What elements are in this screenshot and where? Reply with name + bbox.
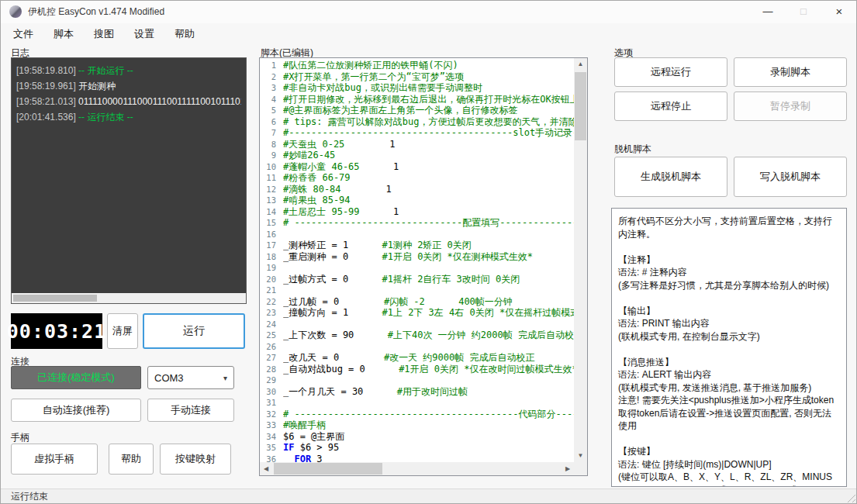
timer-display: 00:03:21 bbox=[11, 313, 102, 349]
line-number: 9 bbox=[260, 150, 276, 161]
com-port-select[interactable]: COM3 ▾ bbox=[147, 366, 234, 389]
scroll-down-arrow-icon[interactable]: ▼ bbox=[574, 450, 587, 462]
write-offline-script-button[interactable]: 写入脱机脚本 bbox=[734, 157, 847, 197]
editor-line[interactable]: _过几帧 = 0 #闪帧 -2 400帧一分钟 bbox=[283, 296, 574, 308]
editor-line[interactable]: #打开日期修改，光标移到最右边后退出，确保再打开时光标在OK按钮上 bbox=[283, 94, 574, 105]
menu-search-image[interactable]: 搜图 bbox=[84, 23, 124, 45]
line-number: 21 bbox=[260, 285, 276, 296]
editor-line[interactable]: #天蚕虫 0-25 1 bbox=[283, 139, 574, 150]
scroll-left-arrow-icon[interactable]: ◀ bbox=[260, 462, 272, 475]
editor-line[interactable] bbox=[283, 262, 574, 274]
resize-grip[interactable] bbox=[845, 492, 855, 502]
editor-line[interactable]: #队伍第二位放测种矫正用的铁甲蛹(不闪) bbox=[283, 60, 574, 71]
editor-line[interactable]: #粉香香 66-79 bbox=[283, 172, 574, 184]
help-paragraph bbox=[618, 433, 840, 446]
line-number: 4 bbox=[260, 94, 276, 105]
line-number: 29 bbox=[260, 375, 276, 386]
auto-connect-button[interactable]: 自动连接(推荐) bbox=[11, 399, 141, 422]
key-mapping-button[interactable]: 按键映射 bbox=[160, 444, 231, 475]
editor-hscroll-thumb[interactable] bbox=[274, 463, 382, 475]
editor-line[interactable]: #非自动卡对战bug，或识别出错需要手动调整时 bbox=[283, 82, 574, 94]
editor-line[interactable]: #@主界面标签为主界面左上角第一个头像，自行修改标签 bbox=[283, 105, 574, 116]
line-number: 28 bbox=[260, 364, 276, 375]
virtual-gamepad-button[interactable]: 虚拟手柄 bbox=[11, 444, 98, 475]
editor-line[interactable]: _一个月几天 = 30 #用于改时间过帧 bbox=[283, 386, 574, 398]
editor-line[interactable]: # ------------------------------配置填写----… bbox=[283, 217, 574, 229]
log-scrollbar-thumb[interactable] bbox=[13, 295, 97, 302]
editor-line[interactable]: _测种矫正 = 1 #1测种 2矫正 0关闭 bbox=[283, 240, 574, 251]
line-number: 14 bbox=[260, 206, 276, 218]
editor-line[interactable] bbox=[283, 319, 574, 330]
generate-offline-script-button[interactable]: 生成脱机脚本 bbox=[614, 157, 727, 197]
editor-line[interactable]: # tips: 露营可以解除对战bug，方便过帧后更改想要的天气，并清除联网残留… bbox=[283, 116, 574, 128]
minimize-button[interactable]: — bbox=[750, 0, 786, 23]
editor-line[interactable]: _改几天 = 0 #改一天 约9000帧 完成后自动校正 bbox=[283, 352, 574, 364]
log-console[interactable]: [19:58:19.810] -- 开始运行 --[19:58:19.961] … bbox=[11, 57, 247, 304]
menu-file[interactable]: 文件 bbox=[3, 23, 43, 45]
line-number: 27 bbox=[260, 352, 276, 364]
editor-line[interactable]: _自动对战bug = 0 #1开启 0关闭 *仅在改时间过帧模式生效* bbox=[283, 364, 574, 375]
editor-line[interactable] bbox=[283, 375, 574, 386]
line-number: 11 bbox=[260, 172, 276, 184]
run-button[interactable]: 运行 bbox=[143, 313, 245, 349]
menubar: 文件 脚本 搜图 设置 帮助 bbox=[3, 23, 205, 45]
line-number: 32 bbox=[260, 409, 276, 420]
line-number: 25 bbox=[260, 330, 276, 341]
help-paragraph: 语法: 键位 [持续时间(ms)|DOWN|UP] bbox=[618, 458, 840, 471]
editor-vscroll-thumb[interactable] bbox=[575, 72, 586, 140]
line-number: 23 bbox=[260, 307, 276, 319]
titlebar: 伊机控 EasyCon v1.474 Modified — □ × bbox=[0, 0, 857, 23]
editor-line[interactable]: _过帧方式 = 0 #1摇杆 2自行车 3改时间 0关闭 bbox=[283, 274, 574, 285]
manual-connect-button[interactable]: 手动连接 bbox=[147, 399, 234, 422]
maximize-button[interactable]: □ bbox=[786, 0, 821, 23]
help-paragraph: 所有代码不区分大小写，支持前置后置空格，支持行内注释。 bbox=[618, 215, 840, 240]
status-text: 运行结束 bbox=[11, 489, 48, 504]
editor-line[interactable]: #唤醒手柄 bbox=[283, 419, 574, 431]
editor-line[interactable]: IF $6 > 95 bbox=[283, 442, 574, 454]
editor-line[interactable] bbox=[283, 229, 574, 240]
editor-line[interactable]: _上下次数 = 90 #上下40次 一分钟 约2000帧 完成后自动校正 bbox=[283, 330, 574, 341]
editor-line[interactable]: #妙喵26-45 bbox=[283, 150, 574, 161]
editor-line[interactable]: _重启测种 = 0 #1开启 0关闭 *仅在测种模式生效* bbox=[283, 251, 574, 263]
editor-line[interactable]: #X打开菜单，第一行第二个为“宝可梦”选项 bbox=[283, 71, 574, 83]
offline-section-label: 脱机脚本 bbox=[614, 143, 651, 156]
editor-content[interactable]: #队伍第二位放测种矫正用的铁甲蛹(不闪)#X打开菜单，第一行第二个为“宝可梦”选… bbox=[283, 60, 574, 462]
menu-help[interactable]: 帮助 bbox=[164, 23, 205, 45]
editor-line[interactable]: #滴蛛 80-84 1 bbox=[283, 184, 574, 195]
log-entry: [19:58:21.013] 0111100001110001110011111… bbox=[16, 94, 241, 109]
scroll-right-arrow-icon[interactable]: ▶ bbox=[562, 462, 574, 475]
editor-line[interactable]: #蓬帽小童 46-65 1 bbox=[283, 161, 574, 173]
connection-status-button[interactable]: 已连接(稳定模式) bbox=[11, 366, 141, 389]
editor-line[interactable]: #---------------------------------------… bbox=[283, 127, 574, 139]
help-paragraph: 【注释】 bbox=[618, 254, 840, 267]
remote-run-button[interactable]: 远程运行 bbox=[614, 57, 727, 87]
editor-line[interactable]: FOR 3 bbox=[283, 454, 574, 463]
line-number: 13 bbox=[260, 195, 276, 206]
scroll-up-arrow-icon[interactable]: ▲ bbox=[574, 58, 587, 71]
line-number: 22 bbox=[260, 296, 276, 308]
controller-help-button[interactable]: 帮助 bbox=[109, 444, 154, 475]
record-script-button[interactable]: 录制脚本 bbox=[734, 57, 847, 87]
remote-stop-button[interactable]: 远程停止 bbox=[614, 91, 727, 121]
editor-line[interactable] bbox=[283, 285, 574, 296]
editor-line[interactable]: $6 = @主界面 bbox=[283, 431, 574, 443]
help-paragraph: 语法: PRINT 输出内容 bbox=[618, 317, 840, 330]
editor-line[interactable] bbox=[283, 397, 574, 409]
editor-line[interactable]: #啃果虫 85-94 bbox=[283, 195, 574, 206]
line-number: 10 bbox=[260, 161, 276, 173]
editor-line[interactable]: #土居忍士 95-99 1 bbox=[283, 206, 574, 218]
editor-line[interactable] bbox=[283, 341, 574, 353]
line-number: 31 bbox=[260, 397, 276, 409]
script-editor[interactable]: 1234567891011121314151617181920212223242… bbox=[259, 57, 588, 476]
com-port-value: COM3 bbox=[154, 372, 184, 384]
editor-line[interactable]: _撞帧方向 = 1 #1上 2下 3左 4右 0关闭 *仅在摇杆过帧模式生效* bbox=[283, 307, 574, 319]
clear-log-button[interactable]: 清屏 bbox=[107, 313, 138, 349]
menu-settings[interactable]: 设置 bbox=[124, 23, 164, 45]
log-horizontal-scrollbar[interactable] bbox=[12, 293, 246, 303]
close-button[interactable]: × bbox=[821, 0, 857, 23]
help-paragraph bbox=[618, 240, 840, 254]
editor-line[interactable]: # --------------------------------------… bbox=[283, 409, 574, 420]
editor-vertical-scrollbar[interactable]: ▲ ▼ bbox=[574, 58, 587, 462]
menu-script[interactable]: 脚本 bbox=[43, 23, 84, 45]
editor-horizontal-scrollbar[interactable]: ◀ ▶ bbox=[260, 462, 574, 475]
